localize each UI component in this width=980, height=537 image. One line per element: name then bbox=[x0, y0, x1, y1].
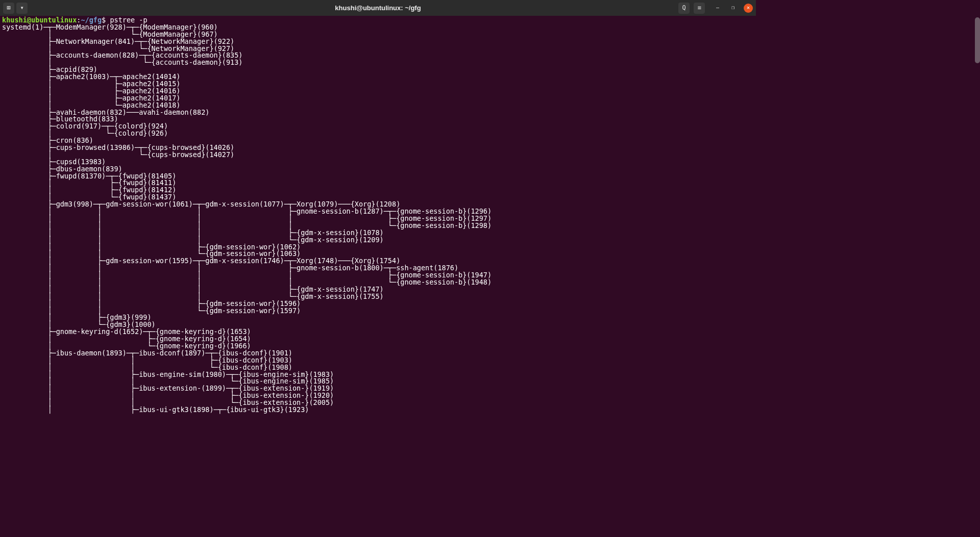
search-button[interactable]: Q bbox=[678, 3, 690, 14]
close-icon: ✕ bbox=[747, 5, 750, 10]
terminal-viewport[interactable]: khushi@ubuntulinux:~/gfg$ pstree -p syst… bbox=[0, 16, 756, 414]
minimize-button[interactable]: – bbox=[713, 4, 722, 13]
window-title: khushi@ubuntulinux: ~/gfg bbox=[0, 5, 756, 11]
hamburger-icon: ≡ bbox=[697, 5, 701, 11]
close-button[interactable]: ✕ bbox=[744, 4, 753, 13]
maximize-button[interactable]: ❐ bbox=[728, 4, 738, 13]
maximize-icon: ❐ bbox=[731, 5, 734, 10]
menu-button[interactable]: ≡ bbox=[694, 3, 705, 14]
new-tab-button[interactable]: ⊞ bbox=[3, 3, 14, 14]
titlebar: ⊞ ▾ khushi@ubuntulinux: ~/gfg Q ≡ – ❐ ✕ bbox=[0, 0, 756, 16]
chevron-down-icon: ▾ bbox=[20, 5, 23, 11]
new-tab-icon: ⊞ bbox=[7, 5, 10, 11]
search-icon: Q bbox=[682, 5, 685, 11]
minimize-icon: – bbox=[716, 5, 719, 10]
tab-dropdown-button[interactable]: ▾ bbox=[16, 3, 28, 14]
pstree-output: systemd(1)─┬─ModemManager(928)─┬─{ModemM… bbox=[2, 23, 492, 414]
